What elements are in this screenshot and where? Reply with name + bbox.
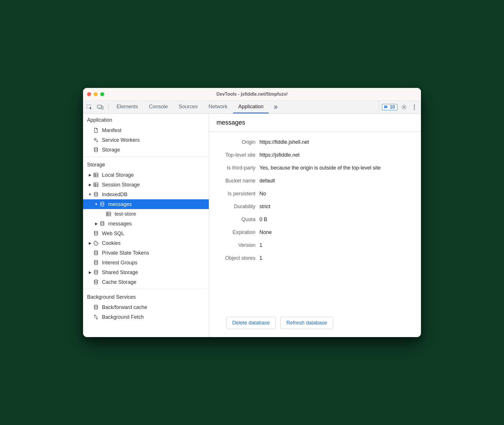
prop-label: Durability	[216, 204, 259, 210]
close-window-button[interactable]	[87, 92, 91, 96]
sidebar-item-local-storage[interactable]: ▶ Local Storage	[83, 170, 209, 180]
sidebar-item-web-sql[interactable]: Web SQL	[83, 229, 209, 238]
database-icon	[93, 259, 99, 266]
prop-origin: Origin https://fiddle.jshell.net	[216, 136, 414, 149]
expand-arrow-icon[interactable]: ▶	[88, 173, 92, 177]
prop-label: Version	[216, 242, 259, 248]
settings-icon[interactable]	[400, 103, 408, 111]
sidebar-item-cookies[interactable]: ▶ Cookies	[83, 238, 209, 248]
devtools-toolbar: Elements Console Sources Network Applica…	[83, 101, 421, 114]
sidebar-item-interest-groups[interactable]: Interest Groups	[83, 258, 209, 267]
tree-label: Manifest	[102, 127, 121, 133]
tree-label: Session Storage	[102, 182, 140, 188]
tab-sources[interactable]: Sources	[174, 101, 203, 113]
prop-object-stores: Object stores 1	[216, 252, 414, 265]
tab-console[interactable]: Console	[144, 101, 173, 113]
sidebar-item-idb-test-store[interactable]: test-store	[83, 209, 209, 219]
database-icon	[93, 250, 99, 256]
table-icon	[93, 182, 99, 188]
gears-icon	[93, 137, 99, 143]
prop-value: No	[259, 191, 414, 197]
sidebar-item-session-storage[interactable]: ▶ Session Storage	[83, 180, 209, 190]
database-icon	[93, 147, 99, 153]
tab-elements[interactable]: Elements	[111, 101, 143, 113]
prop-durability: Durability strict	[216, 200, 414, 213]
sidebar-item-shared-storage[interactable]: ▶ Shared Storage	[83, 267, 209, 277]
prop-version: Version 1	[216, 239, 414, 252]
tree-label: Background Fetch	[102, 314, 144, 320]
database-icon	[93, 191, 99, 198]
sidebar-item-private-state-tokens[interactable]: Private State Tokens	[83, 248, 209, 258]
prop-top-level-site: Top-level site https://jsfiddle.net	[216, 149, 414, 162]
tree-label: Back/forward cache	[102, 304, 147, 310]
database-icon	[99, 221, 105, 227]
sidebar-item-background-fetch[interactable]: Background Fetch	[83, 312, 209, 322]
tab-application[interactable]: Application	[233, 101, 269, 113]
cookie-icon	[93, 240, 99, 246]
prop-label: Object stores	[216, 255, 259, 261]
prop-value: Yes, because the origin is outside of th…	[259, 165, 414, 171]
more-tabs-icon[interactable]	[269, 101, 281, 113]
more-options-icon[interactable]	[411, 103, 418, 111]
prop-value: https://fiddle.jshell.net	[259, 139, 414, 145]
database-title: messages	[209, 114, 421, 132]
section-storage: Storage	[83, 158, 209, 170]
maximize-window-button[interactable]	[100, 92, 104, 96]
traffic-lights	[87, 92, 104, 96]
tree-label: Web SQL	[102, 231, 124, 237]
device-toolbar-icon[interactable]	[97, 104, 104, 111]
prop-label: Origin	[216, 139, 259, 145]
database-actions: Delete database Refresh database	[209, 313, 421, 337]
prop-is-persistent: Is persistent No	[216, 187, 414, 200]
sidebar-item-storage[interactable]: Storage	[83, 145, 209, 155]
tree-label: IndexedDB	[102, 192, 127, 198]
issues-badge[interactable]: 10	[382, 104, 397, 110]
prop-label: Expiration	[216, 229, 259, 235]
refresh-database-button[interactable]: Refresh database	[280, 317, 333, 329]
database-icon	[93, 279, 99, 285]
sidebar-item-bfcache[interactable]: Back/forward cache	[83, 302, 209, 312]
delete-database-button[interactable]: Delete database	[226, 317, 276, 329]
titlebar: DevTools - jsfiddle.net/5tmpfuzv/	[83, 88, 421, 101]
issues-count: 10	[390, 105, 395, 110]
tree-label: messages	[108, 201, 132, 207]
table-icon	[93, 172, 99, 178]
prop-value: 1	[259, 242, 414, 248]
prop-value: 1	[259, 255, 414, 261]
prop-value: https://jsfiddle.net	[259, 152, 414, 158]
svg-point-18	[414, 107, 415, 108]
sidebar-item-cache-storage[interactable]: Cache Storage	[83, 277, 209, 287]
tree-label: test-store	[115, 211, 136, 217]
message-icon	[383, 105, 388, 109]
expand-arrow-icon[interactable]: ▶	[88, 241, 92, 245]
tab-network[interactable]: Network	[203, 101, 233, 113]
tree-label: Cache Storage	[102, 279, 136, 285]
prop-bucket-name: Bucket name default	[216, 174, 414, 187]
sidebar-item-idb-messages-2[interactable]: ▶ messages	[83, 219, 209, 229]
prop-label: Bucket name	[216, 178, 259, 184]
collapse-arrow-icon[interactable]: ▼	[88, 192, 92, 196]
main-panel: messages Origin https://fiddle.jshell.ne…	[209, 114, 421, 337]
sidebar-item-idb-messages[interactable]: ▼ messages	[83, 199, 209, 209]
application-sidebar: Application Manifest Service Workers Sto…	[83, 114, 209, 337]
prop-value: default	[259, 178, 414, 184]
sidebar-item-manifest[interactable]: Manifest	[83, 125, 209, 135]
svg-point-19	[414, 109, 415, 110]
file-icon	[93, 127, 99, 133]
expand-arrow-icon[interactable]: ▶	[88, 183, 92, 187]
database-icon	[93, 304, 99, 310]
minimize-window-button[interactable]	[94, 92, 98, 96]
prop-label: Is third-party	[216, 165, 259, 171]
inspect-element-icon[interactable]	[86, 104, 93, 111]
collapse-arrow-icon[interactable]: ▼	[94, 202, 98, 206]
database-icon	[93, 230, 99, 237]
tree-label: Interest Groups	[102, 260, 137, 266]
expand-arrow-icon[interactable]: ▶	[94, 222, 98, 226]
prop-label: Quota	[216, 217, 259, 223]
sidebar-item-service-workers[interactable]: Service Workers	[83, 135, 209, 145]
updown-icon	[93, 314, 99, 320]
sidebar-item-indexeddb[interactable]: ▼ IndexedDB	[83, 190, 209, 199]
database-icon	[93, 269, 99, 276]
expand-arrow-icon[interactable]: ▶	[88, 270, 92, 274]
tree-label: Service Workers	[102, 137, 140, 143]
